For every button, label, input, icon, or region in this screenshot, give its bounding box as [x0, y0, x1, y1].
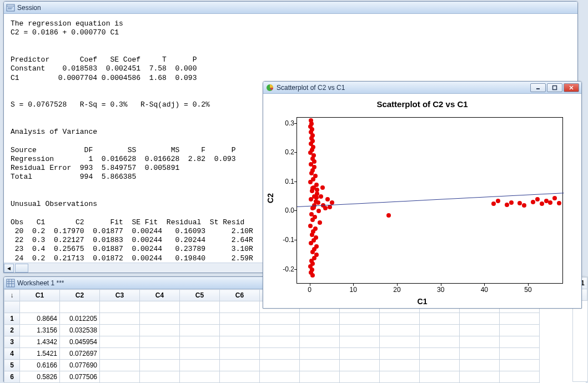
row-header[interactable]: 1: [4, 313, 20, 325]
cell-empty[interactable]: [140, 360, 180, 371]
cell-empty[interactable]: [220, 371, 260, 383]
cell-empty[interactable]: [180, 325, 220, 336]
row-header-blank[interactable]: [4, 301, 20, 313]
cell[interactable]: 0.045954: [60, 336, 100, 348]
corner-cell[interactable]: ↓: [4, 290, 20, 301]
cell-empty[interactable]: [500, 360, 540, 371]
cell-empty[interactable]: [260, 336, 300, 348]
cell-empty[interactable]: [340, 325, 380, 336]
scatterplot-titlebar[interactable]: Scatterplot of C2 vs C1: [263, 82, 581, 94]
cell-empty[interactable]: [220, 336, 260, 348]
cell[interactable]: 0.6166: [20, 360, 60, 371]
cell-empty[interactable]: [340, 371, 380, 383]
cell-empty[interactable]: [220, 360, 260, 371]
cell-blank[interactable]: [100, 301, 140, 313]
col-header[interactable]: C4: [140, 290, 180, 301]
col-header[interactable]: C6: [220, 290, 260, 301]
cell-empty[interactable]: [100, 371, 140, 383]
cell-blank[interactable]: [220, 301, 260, 313]
cell-empty[interactable]: [300, 325, 340, 336]
cell-empty[interactable]: [100, 360, 140, 371]
cell-empty[interactable]: [300, 336, 340, 348]
cell-empty[interactable]: [260, 325, 300, 336]
cell-empty[interactable]: [180, 360, 220, 371]
cell-empty[interactable]: [380, 371, 420, 383]
col-header[interactable]: C1: [20, 290, 60, 301]
cell-empty[interactable]: [140, 313, 180, 325]
cell-empty[interactable]: [340, 348, 380, 360]
cell[interactable]: 1.4342: [20, 336, 60, 348]
scroll-left-button[interactable]: ◂: [4, 264, 14, 273]
cell-empty[interactable]: [460, 325, 500, 336]
row-header[interactable]: 2: [4, 325, 20, 336]
cell[interactable]: 0.5826: [20, 371, 60, 383]
cell-empty[interactable]: [420, 360, 460, 371]
cell-empty[interactable]: [500, 348, 540, 360]
cell[interactable]: 0.8664: [20, 313, 60, 325]
cell-empty[interactable]: [460, 371, 500, 383]
chart-area[interactable]: Scatterplot of C2 vs C1 C2 C1 -0.2-0.10.…: [263, 94, 581, 308]
cell[interactable]: 0.077690: [60, 360, 100, 371]
cell-empty[interactable]: [300, 348, 340, 360]
cell-empty[interactable]: [100, 325, 140, 336]
cell-empty[interactable]: [340, 313, 380, 325]
cell-empty[interactable]: [500, 325, 540, 336]
cell-empty[interactable]: [220, 313, 260, 325]
cell-empty[interactable]: [100, 336, 140, 348]
cell-empty[interactable]: [420, 336, 460, 348]
cell-empty[interactable]: [460, 336, 500, 348]
cell-empty[interactable]: [300, 313, 340, 325]
cell-empty[interactable]: [380, 348, 420, 360]
cell[interactable]: 0.012205: [60, 313, 100, 325]
cell[interactable]: 1.5421: [20, 348, 60, 360]
close-button[interactable]: [564, 83, 579, 92]
col-header[interactable]: C5: [180, 290, 220, 301]
cell[interactable]: 1.3156: [20, 325, 60, 336]
cell-empty[interactable]: [180, 313, 220, 325]
scroll-thumb[interactable]: [15, 264, 28, 273]
row-header[interactable]: 3: [4, 336, 20, 348]
cell-empty[interactable]: [380, 336, 420, 348]
cell-blank[interactable]: [60, 301, 100, 313]
cell-empty[interactable]: [140, 336, 180, 348]
cell-empty[interactable]: [300, 360, 340, 371]
cell-empty[interactable]: [500, 313, 540, 325]
cell-empty[interactable]: [300, 371, 340, 383]
cell-empty[interactable]: [420, 313, 460, 325]
cell-empty[interactable]: [500, 336, 540, 348]
minimize-button[interactable]: [530, 83, 546, 92]
cell-blank[interactable]: [20, 301, 60, 313]
cell-empty[interactable]: [140, 371, 180, 383]
cell-empty[interactable]: [340, 360, 380, 371]
cell-empty[interactable]: [260, 371, 300, 383]
cell-empty[interactable]: [100, 348, 140, 360]
cell[interactable]: 0.077506: [60, 371, 100, 383]
cell-empty[interactable]: [460, 313, 500, 325]
cell-empty[interactable]: [180, 371, 220, 383]
cell[interactable]: 0.032538: [60, 325, 100, 336]
cell-empty[interactable]: [380, 313, 420, 325]
cell-empty[interactable]: [100, 313, 140, 325]
cell-empty[interactable]: [220, 348, 260, 360]
cell-empty[interactable]: [420, 348, 460, 360]
cell-empty[interactable]: [460, 360, 500, 371]
cell-empty[interactable]: [220, 325, 260, 336]
session-titlebar[interactable]: Session: [4, 2, 577, 14]
cell-empty[interactable]: [260, 313, 300, 325]
cell[interactable]: 0.072697: [60, 348, 100, 360]
cell-empty[interactable]: [140, 348, 180, 360]
cell-empty[interactable]: [340, 336, 380, 348]
cell-blank[interactable]: [180, 301, 220, 313]
cell-empty[interactable]: [180, 336, 220, 348]
row-header[interactable]: 5: [4, 360, 20, 371]
row-header[interactable]: 6: [4, 371, 20, 383]
cell-empty[interactable]: [380, 325, 420, 336]
cell-empty[interactable]: [260, 348, 300, 360]
col-header[interactable]: C2: [60, 290, 100, 301]
col-header[interactable]: C3: [100, 290, 140, 301]
row-header[interactable]: 4: [4, 348, 20, 360]
cell-empty[interactable]: [460, 348, 500, 360]
cell-blank[interactable]: [140, 301, 180, 313]
cell-empty[interactable]: [180, 348, 220, 360]
cell-empty[interactable]: [420, 371, 460, 383]
